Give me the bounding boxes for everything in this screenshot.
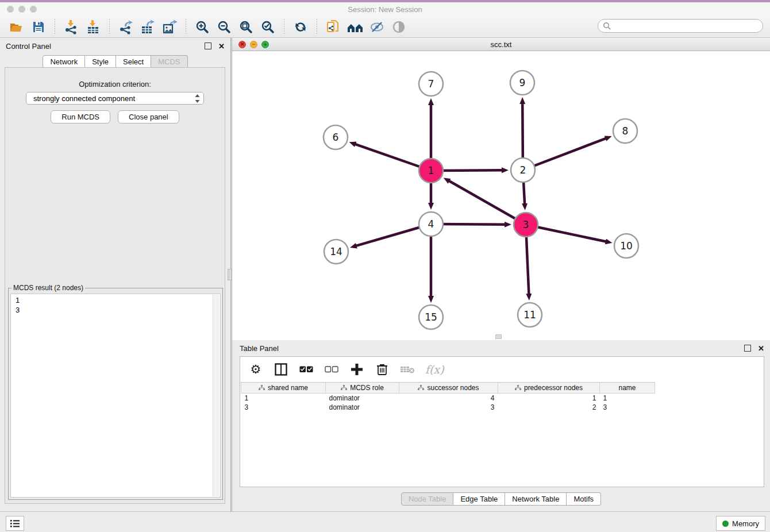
zoom-in-icon[interactable]	[194, 18, 211, 36]
table-cell[interactable]: dominator	[326, 394, 399, 403]
node-table-container: ⚙ f(x) shared nameMCDS rolesuccessor nod	[240, 356, 764, 487]
node-label-6: 6	[333, 132, 339, 143]
export-table-icon[interactable]	[139, 18, 156, 36]
close-panel-icon[interactable]: ✕	[218, 42, 225, 51]
result-scrollbar[interactable]	[213, 295, 220, 496]
criterion-value: strongly connected component	[33, 94, 135, 103]
close-panel-button[interactable]: Close panel	[118, 110, 179, 124]
import-network-icon[interactable]	[63, 18, 80, 36]
table-cell[interactable]: 1	[241, 394, 326, 403]
show-graphics-details-icon[interactable]	[390, 18, 407, 36]
main-toolbar	[0, 16, 770, 38]
status-bar: Memory	[0, 511, 770, 532]
optimization-criterion-label: Optimization criterion:	[5, 80, 225, 88]
table-cell[interactable]: 3	[399, 403, 498, 412]
edge-3-1[interactable]	[449, 181, 526, 225]
memory-button[interactable]: Memory	[716, 516, 765, 531]
table-cell[interactable]: 2	[498, 403, 600, 412]
import-table-icon[interactable]	[84, 18, 102, 36]
function-builder-icon[interactable]: f(x)	[425, 362, 444, 377]
node-label-9: 9	[519, 77, 526, 88]
run-mcds-button[interactable]: Run MCDS	[51, 110, 110, 124]
column-header-successor-nodes[interactable]: successor nodes	[399, 383, 498, 394]
open-session-icon[interactable]	[8, 18, 25, 36]
mcds-buttons-row: Run MCDS Close panel	[5, 110, 225, 124]
mcds-result-list[interactable]: 13	[10, 294, 221, 498]
network-canvas[interactable]: 7968124314101511	[232, 51, 770, 340]
table-cell[interactable]: 3	[241, 403, 326, 412]
mcds-result-line: 3	[16, 305, 220, 315]
delete-table-icon[interactable]	[400, 362, 415, 377]
control-panel-header: Control Panel ✕	[0, 38, 230, 54]
tab-motifs[interactable]: Motifs	[567, 492, 601, 506]
deselect-all-rows-icon[interactable]	[324, 362, 339, 377]
node-label-14: 14	[330, 246, 342, 257]
network-view-titlebar: ✕ − ＋ scc.txt	[232, 38, 770, 51]
task-history-button[interactable]	[6, 516, 24, 531]
first-neighbors-icon[interactable]	[346, 18, 364, 36]
tab-mcds[interactable]: MCDS	[151, 55, 187, 68]
tab-node-table[interactable]: Node Table	[401, 492, 454, 506]
close-table-panel-icon[interactable]: ✕	[758, 344, 764, 353]
select-all-rows-icon[interactable]	[299, 362, 314, 377]
table-cell[interactable]: 4	[399, 394, 498, 403]
table-panel-header: Table Panel ✕	[232, 340, 770, 356]
float-table-panel-icon[interactable]	[744, 345, 751, 352]
task-list-icon	[10, 519, 20, 528]
node-label-1: 1	[428, 165, 434, 176]
criterion-select[interactable]: strongly connected component	[26, 92, 204, 105]
tab-network[interactable]: Network	[43, 55, 85, 68]
column-header-predecessor-nodes[interactable]: predecessor nodes	[498, 383, 600, 394]
zoom-fit-icon[interactable]	[237, 18, 255, 36]
node-label-11: 11	[523, 309, 536, 321]
table-header-row[interactable]: shared nameMCDS rolesuccessor nodesprede…	[241, 383, 655, 394]
edge-2-8[interactable]	[523, 138, 606, 170]
node-label-7: 7	[428, 78, 434, 90]
column-header-MCDS-role[interactable]: MCDS role	[326, 383, 399, 394]
memory-label: Memory	[732, 519, 759, 528]
delete-column-icon[interactable]	[375, 362, 390, 377]
new-network-from-selection-icon[interactable]	[325, 18, 342, 36]
table-settings-icon[interactable]: ⚙	[248, 362, 263, 377]
table-cell[interactable]: dominator	[326, 403, 399, 412]
control-panel-tabs: Network Style Select MCDS	[0, 55, 230, 68]
table-cell[interactable]: 1	[600, 394, 655, 403]
zoom-out-icon[interactable]	[215, 18, 233, 36]
control-panel: Control Panel ✕ Network Style Select MCD…	[0, 38, 231, 511]
float-panel-icon[interactable]	[205, 43, 211, 49]
table-cell[interactable]: 3	[600, 403, 655, 412]
node-table: shared nameMCDS rolesuccessor nodesprede…	[241, 382, 655, 412]
search-input[interactable]	[614, 21, 763, 30]
search-field[interactable]	[598, 19, 763, 33]
column-chooser-icon[interactable]	[274, 362, 288, 377]
table-panel: Table Panel ✕ ⚙ f(x)	[232, 340, 770, 511]
export-network-icon[interactable]	[117, 18, 134, 36]
network-view-window: ✕ − ＋ scc.txt 7968124314101511	[232, 38, 770, 340]
node-label-15: 15	[425, 311, 437, 323]
memory-status-icon	[722, 521, 729, 527]
node-label-10: 10	[620, 240, 633, 252]
toolbar-separator	[317, 19, 317, 35]
tab-network-table[interactable]: Network Table	[505, 492, 567, 506]
table-cell[interactable]: 1	[498, 394, 600, 403]
refresh-icon[interactable]	[292, 18, 309, 36]
network-table-splitter-handle[interactable]	[495, 334, 502, 339]
table-toolbar: ⚙ f(x)	[240, 357, 764, 382]
export-image-icon[interactable]	[161, 18, 178, 36]
table-row[interactable]: 1dominator411	[241, 394, 655, 403]
hide-graphics-details-icon[interactable]	[368, 18, 386, 36]
table-row[interactable]: 3dominator323	[241, 403, 655, 412]
tab-style[interactable]: Style	[85, 55, 116, 68]
save-session-icon[interactable]	[30, 18, 47, 36]
tab-edge-table[interactable]: Edge Table	[453, 492, 505, 506]
column-header-name[interactable]: name	[600, 383, 655, 394]
toolbar-separator	[55, 19, 55, 35]
network-view-title: scc.txt	[232, 40, 770, 49]
tab-select[interactable]: Select	[116, 55, 151, 68]
cytoscape-window: { "window": { "title": "Session: New Ses…	[0, 0, 770, 532]
add-column-icon[interactable]	[349, 362, 364, 377]
window-title: Session: New Session	[0, 5, 770, 14]
mcds-tab-content: Optimization criterion: strongly connect…	[5, 67, 225, 504]
column-header-shared-name[interactable]: shared name	[241, 383, 326, 394]
zoom-selected-icon[interactable]	[259, 18, 276, 36]
